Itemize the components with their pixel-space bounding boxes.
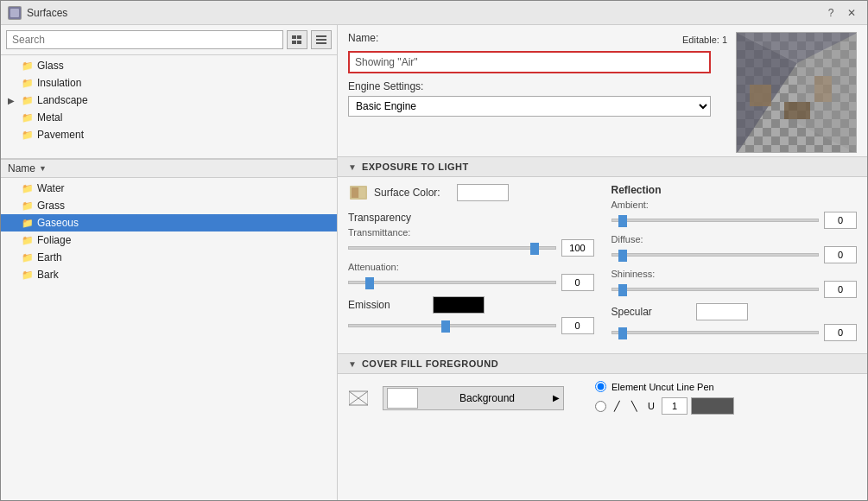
transmittance-slider-row: 100 bbox=[348, 239, 594, 257]
surface-color-icon bbox=[348, 184, 369, 201]
ambient-value[interactable]: 0 bbox=[824, 212, 857, 229]
transmittance-slider[interactable] bbox=[348, 241, 556, 255]
line-radio[interactable] bbox=[595, 401, 606, 412]
cover-section-header[interactable]: ▼ COVER FILL FOREGROUND bbox=[338, 353, 867, 374]
svg-rect-8 bbox=[316, 42, 326, 44]
folder-icon-foliage: 📁 bbox=[22, 235, 34, 246]
shininess-section: Shininess: 0 bbox=[611, 269, 858, 298]
shininess-slider[interactable] bbox=[611, 282, 820, 296]
engine-select[interactable]: Basic Engine bbox=[348, 96, 711, 117]
attenuation-value[interactable]: 0 bbox=[561, 274, 594, 291]
specular-value[interactable]: 0 bbox=[824, 324, 857, 341]
shininess-thumb[interactable] bbox=[618, 284, 627, 296]
ambient-slider[interactable] bbox=[611, 213, 820, 227]
name-input-text: Showing "Air" bbox=[355, 56, 418, 68]
cover-content: Background ▶ Element Uncut Line Pen ╱ ╲ … bbox=[338, 374, 867, 422]
emission-slider[interactable] bbox=[348, 319, 556, 333]
tree-item-glass[interactable]: 📁 Glass bbox=[1, 57, 337, 74]
element-uncut-label: Element Uncut Line Pen bbox=[611, 382, 714, 392]
svg-rect-21 bbox=[352, 187, 358, 198]
diffuse-slider-row: 0 bbox=[611, 246, 858, 263]
svg-rect-6 bbox=[316, 35, 326, 37]
svg-rect-7 bbox=[316, 39, 326, 41]
folder-icon-grass: 📁 bbox=[22, 200, 34, 212]
line-pattern-box[interactable] bbox=[691, 397, 734, 415]
list-view-button[interactable] bbox=[287, 30, 307, 49]
specular-color-swatch[interactable] bbox=[696, 303, 748, 320]
surface-preview bbox=[736, 32, 857, 153]
surface-color-swatch[interactable] bbox=[457, 184, 509, 201]
tree-item-metal[interactable]: 📁 Metal bbox=[1, 109, 337, 126]
tree-item-grass[interactable]: 📁 Grass bbox=[1, 197, 337, 214]
column-header-name: Name bbox=[8, 162, 35, 174]
folder-icon-landscape: 📁 bbox=[22, 95, 34, 106]
svg-rect-4 bbox=[292, 41, 296, 44]
diffuse-slider[interactable] bbox=[611, 248, 820, 262]
transmittance-value[interactable]: 100 bbox=[561, 239, 594, 257]
element-uncut-label-row: Element Uncut Line Pen bbox=[595, 381, 734, 392]
tree-label-earth: Earth bbox=[37, 251, 62, 263]
close-button[interactable]: ✕ bbox=[843, 4, 860, 22]
detail-view-button[interactable] bbox=[311, 30, 332, 49]
tree-item-foliage[interactable]: 📁 Foliage bbox=[1, 231, 337, 249]
name-input[interactable]: Showing "Air" bbox=[348, 51, 711, 73]
exposure-collapse-icon: ▼ bbox=[348, 162, 357, 172]
attenuation-section: Attenuation: 0 bbox=[348, 262, 594, 291]
line-symbol3: U bbox=[644, 401, 658, 411]
diffuse-value[interactable]: 0 bbox=[824, 246, 857, 263]
specular-slider[interactable] bbox=[611, 326, 820, 339]
folder-icon-insulation: 📁 bbox=[22, 78, 34, 89]
specular-label-row: Specular bbox=[611, 303, 858, 320]
background-selector[interactable]: Background ▶ bbox=[383, 386, 564, 410]
svg-rect-18 bbox=[784, 102, 810, 119]
search-bar bbox=[1, 25, 337, 55]
cover-section-title: COVER FILL FOREGROUND bbox=[362, 358, 498, 369]
attenuation-thumb[interactable] bbox=[365, 277, 374, 289]
shininess-slider-row: 0 bbox=[611, 281, 858, 298]
transmittance-thumb[interactable] bbox=[530, 243, 539, 255]
tree-item-pavement[interactable]: 📁 Pavement bbox=[1, 126, 337, 143]
tree-item-bark[interactable]: 📁 Bark bbox=[1, 266, 337, 283]
help-button[interactable]: ? bbox=[822, 4, 839, 22]
search-input[interactable] bbox=[6, 30, 283, 49]
exposure-section-header[interactable]: ▼ EXPOSURE TO LIGHT bbox=[338, 156, 867, 177]
diffuse-label: Diffuse: bbox=[611, 234, 858, 244]
background-arrow-icon: ▶ bbox=[553, 393, 563, 403]
ambient-label: Ambient: bbox=[611, 200, 858, 210]
specular-thumb[interactable] bbox=[618, 327, 627, 339]
folder-icon-glass: 📁 bbox=[22, 60, 34, 72]
attenuation-slider-row: 0 bbox=[348, 274, 594, 291]
tree-label-landscape: Landscape bbox=[37, 94, 88, 106]
surface-color-row: Surface Color: bbox=[348, 184, 594, 201]
diffuse-thumb[interactable] bbox=[618, 250, 627, 262]
line-pen-input[interactable]: 1 bbox=[662, 397, 687, 415]
attenuation-slider[interactable] bbox=[348, 276, 556, 289]
emission-label: Emission bbox=[348, 299, 426, 311]
emission-value[interactable]: 0 bbox=[561, 317, 594, 334]
tree-label-gaseous: Gaseous bbox=[37, 217, 79, 229]
titlebar-left: Surfaces bbox=[8, 6, 67, 20]
tree-item-water[interactable]: 📁 Water bbox=[1, 180, 337, 197]
folder-icon-earth: 📁 bbox=[22, 252, 34, 263]
svg-rect-19 bbox=[814, 76, 832, 102]
emission-thumb[interactable] bbox=[441, 320, 450, 333]
tree-label-foliage: Foliage bbox=[37, 234, 71, 246]
shininess-track bbox=[611, 288, 820, 291]
background-label: Background bbox=[421, 392, 553, 404]
shininess-value[interactable]: 0 bbox=[824, 281, 857, 298]
exposure-left: Surface Color: Transparency Transmittanc… bbox=[348, 184, 594, 346]
element-uncut-radio[interactable] bbox=[595, 381, 606, 392]
tree-item-gaseous[interactable]: 📁 Gaseous bbox=[1, 214, 337, 231]
tree-label-insulation: Insulation bbox=[37, 77, 81, 89]
ambient-thumb[interactable] bbox=[618, 215, 627, 227]
name-preview-row: Name: Editable: 1 Showing "Air" Engine S… bbox=[338, 25, 867, 156]
tree-item-landscape[interactable]: ▶ 📁 Landscape bbox=[1, 92, 337, 109]
specular-slider-row: 0 bbox=[611, 324, 858, 341]
tree-item-insulation[interactable]: 📁 Insulation bbox=[1, 74, 337, 92]
name-section: Name: Editable: 1 Showing "Air" Engine S… bbox=[348, 32, 727, 153]
right-panel: Name: Editable: 1 Showing "Air" Engine S… bbox=[338, 25, 867, 500]
tree-item-earth[interactable]: 📁 Earth bbox=[1, 249, 337, 266]
svg-rect-22 bbox=[359, 187, 365, 198]
emission-color-swatch[interactable] bbox=[433, 296, 485, 314]
ambient-slider-row: 0 bbox=[611, 212, 858, 229]
